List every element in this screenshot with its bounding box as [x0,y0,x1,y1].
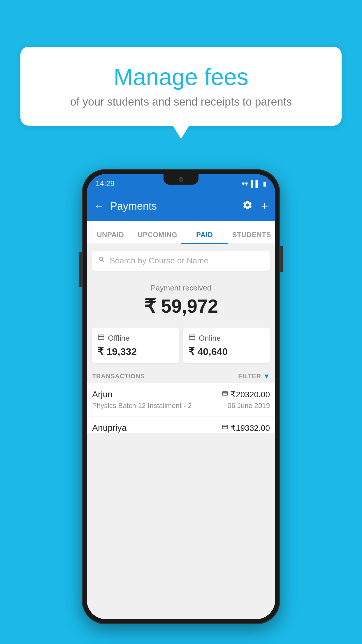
content-area: Search by Course or Name Payment receive… [87,245,275,619]
payment-amount: ₹ 59,972 [93,295,269,317]
transaction-type-icon-arjun [222,390,228,398]
tabs-bar: UNPAID UPCOMING PAID STUDENTS [87,221,275,244]
offline-label: Offline [108,334,130,343]
transactions-label: TRANSACTIONS [92,372,145,380]
status-icons: ▾▾ ▌▌ ▮ [242,180,266,188]
transaction-row1-anupriya: Anupriya ₹19332.00 [92,423,270,433]
search-box[interactable]: Search by Course or Name [92,251,270,271]
transaction-amount-wrap-arjun: ₹20320.00 [222,390,270,399]
transaction-name-anupriya: Anupriya [92,423,126,433]
payment-received-label: Payment received [93,284,269,293]
transaction-course-arjun: Physics Batch 12 Installment - 2 [92,402,191,410]
phone-screen: 14:29 ▾▾ ▌▌ ▮ ← Payments + [87,174,275,619]
status-time: 14:29 [96,179,115,188]
gear-icon[interactable] [242,200,253,213]
back-button[interactable]: ← [94,200,104,212]
bubble-title: Manage fees [35,64,327,90]
phone-notch [164,174,198,185]
online-card-header: Online [188,333,265,343]
phone-outer: 14:29 ▾▾ ▌▌ ▮ ← Payments + [82,169,280,624]
app-bar: ← Payments + [87,192,275,221]
transaction-row-partial[interactable]: Anupriya ₹19332.00 [87,416,275,433]
tab-paid[interactable]: PAID [181,231,228,244]
speech-bubble-tail [173,126,189,139]
speech-bubble: Manage fees of your students and send re… [20,47,342,126]
offline-amount: ₹ 19,332 [97,346,174,357]
cards-row: Offline ₹ 19,332 Online [87,323,275,368]
bubble-subtitle: of your students and send receipts to pa… [35,96,327,108]
online-card: Online ₹ 40,640 [183,328,270,363]
app-bar-icons: + [242,199,268,213]
speech-bubble-wrapper: Manage fees of your students and send re… [20,47,342,139]
transaction-row2-arjun: Physics Batch 12 Installment - 2 06 June… [92,402,270,410]
search-icon [98,256,106,265]
tab-upcoming[interactable]: UPCOMING [134,231,181,244]
filter-button[interactable]: FILTER ▼ [238,372,270,380]
camera-dot [179,177,183,182]
offline-card: Offline ₹ 19,332 [92,328,179,363]
tab-unpaid[interactable]: UNPAID [87,231,134,244]
transaction-amount-wrap-anupriya: ₹19332.00 [222,423,270,433]
filter-label: FILTER [238,372,261,380]
transaction-date-arjun: 06 June 2019 [228,402,270,410]
transaction-type-icon-anupriya [222,424,228,432]
battery-icon: ▮ [263,180,266,188]
transaction-amount-arjun: ₹20320.00 [231,390,270,399]
offline-card-header: Offline [97,333,174,343]
search-input-placeholder: Search by Course or Name [110,256,208,265]
transaction-name-arjun: Arjun [92,389,113,399]
online-label: Online [199,334,221,343]
offline-icon [97,333,105,343]
online-icon [188,333,196,343]
signal-icon: ▌▌ [251,180,260,188]
app-title: Payments [110,200,242,212]
online-amount: ₹ 40,640 [188,346,265,357]
phone-mockup: 14:29 ▾▾ ▌▌ ▮ ← Payments + [82,169,280,624]
transaction-row[interactable]: Arjun ₹20320.00 Physi [87,383,275,416]
filter-icon: ▼ [263,372,270,380]
transactions-header: TRANSACTIONS FILTER ▼ [87,368,275,383]
transaction-amount-anupriya: ₹19332.00 [231,423,270,433]
transaction-row1-arjun: Arjun ₹20320.00 [92,389,270,399]
wifi-icon: ▾▾ [242,180,248,188]
payment-received-section: Payment received ₹ 59,972 [87,276,275,323]
add-icon[interactable]: + [261,199,268,213]
transaction-list: Arjun ₹20320.00 Physi [87,383,275,433]
tab-students[interactable]: STUDENTS [228,231,275,244]
